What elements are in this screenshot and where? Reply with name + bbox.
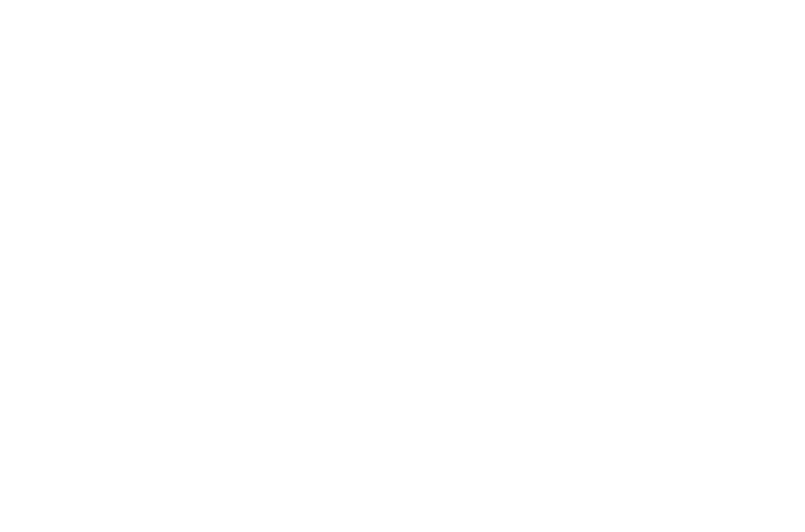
diagram-container [0, 0, 805, 532]
arrows-svg [0, 0, 805, 532]
